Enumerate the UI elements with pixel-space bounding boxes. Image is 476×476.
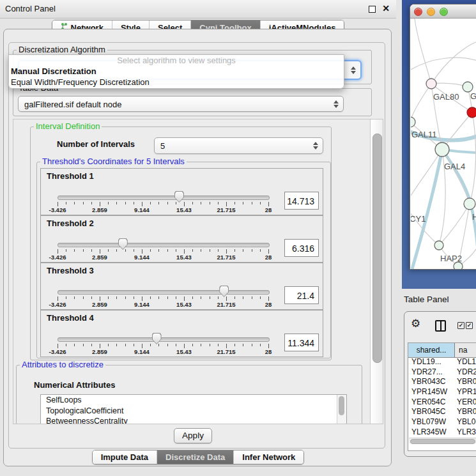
cell-name[interactable]: YBR0 [454, 407, 476, 417]
slider-tick [91, 249, 92, 252]
network-node[interactable] [467, 107, 476, 118]
slider-tick-label: -3.426 [43, 301, 72, 308]
threshold-label: Threshold 4 [47, 313, 94, 323]
algorithm-placeholder[interactable]: Select algorithm to view settings [9, 55, 344, 66]
cell-name[interactable]: YDR2 [454, 367, 476, 378]
slider-tick [100, 344, 100, 348]
slider-tick-label: 2.859 [86, 206, 114, 213]
attribute-item[interactable]: SelfLoops [41, 395, 346, 406]
network-canvas[interactable]: GAL80GAGAL11GAL4GCY1HHAP2 [411, 19, 476, 269]
list-scrollbar[interactable] [337, 395, 346, 424]
slider-tick [167, 296, 168, 299]
table-row[interactable]: YDL19...YDL1 [408, 357, 476, 367]
slider-tick [167, 249, 168, 252]
network-node[interactable] [435, 142, 449, 157]
algorithm-dropdown-popup: Select algorithm to view settings Manual… [8, 54, 344, 89]
tab-impute-data[interactable]: Impute Data [93, 450, 157, 464]
slider-track[interactable] [58, 243, 270, 247]
attribute-item[interactable]: TopologicalCoefficient [41, 406, 346, 417]
network-node[interactable] [434, 241, 443, 250]
attribute-item[interactable]: BetweennessCentrality [41, 416, 346, 424]
slider-thumb[interactable] [118, 238, 128, 250]
algorithm-option-manual[interactable]: Manual Discretization [9, 66, 344, 77]
tab-label: Impute Data [101, 452, 148, 462]
slider-thumb[interactable] [152, 333, 162, 344]
node-label: GCY1 [411, 214, 426, 224]
slider-track[interactable] [58, 337, 270, 342]
table-data-combo[interactable]: galFiltered.sif default node [18, 96, 344, 112]
slider-tick [201, 296, 201, 299]
numerical-attributes-list[interactable]: SelfLoopsTopologicalCoefficientBetweenne… [40, 394, 347, 424]
table-row[interactable]: YPR145WYPR1 [408, 387, 476, 397]
gear-icon[interactable]: ⚙ [411, 318, 420, 329]
node-label: GA [470, 91, 476, 101]
table-hscrollbar-thumb[interactable] [410, 439, 475, 444]
slider-tick-label: 15.43 [170, 206, 198, 213]
combo-stepper-icon [313, 142, 318, 150]
list-scrollbar-thumb[interactable] [339, 396, 344, 415]
cell-name[interactable]: YLR3 [454, 427, 476, 438]
cell-name[interactable]: YDL1 [454, 357, 476, 367]
slider-tick [243, 296, 243, 299]
checkbox-icon[interactable]: ✓ [457, 322, 464, 329]
slider-tick [234, 296, 235, 299]
cell-shared-name[interactable]: YER054C [408, 397, 454, 408]
cell-name[interactable]: YPR1 [454, 387, 476, 397]
table-row[interactable]: YLR345WYLR3 [408, 427, 476, 438]
slider-tick [158, 249, 159, 252]
slider-track[interactable] [58, 290, 270, 295]
table-row[interactable]: YER054CYER0 [408, 397, 476, 408]
minimize-traffic-light-icon[interactable] [427, 8, 435, 16]
zoom-traffic-light-icon[interactable] [440, 8, 448, 16]
settings-scrollbar[interactable] [370, 119, 383, 424]
slider-tick [125, 296, 126, 299]
table-row[interactable]: YBL079WYBL0 [408, 417, 476, 427]
threshold-value-field[interactable]: 14.713 [284, 192, 319, 210]
column-header-name[interactable]: na [455, 343, 476, 357]
slider-tick [268, 344, 269, 348]
table-row[interactable]: YBR043CYBR0 [408, 377, 476, 387]
cell-shared-name[interactable]: YPR145W [408, 387, 454, 397]
slider-tick [100, 296, 100, 301]
cell-name[interactable]: YBL0 [454, 417, 476, 427]
settings-scrollbar-thumb[interactable] [372, 134, 382, 363]
cell-name[interactable]: YBR0 [454, 377, 476, 387]
network-node[interactable] [464, 198, 475, 210]
slider-tick-label: 28 [254, 206, 282, 213]
slider-tick [134, 344, 134, 346]
column-header-shared-name[interactable]: shared... [408, 343, 455, 357]
slider-tick [192, 296, 193, 299]
num-intervals-combo[interactable]: 5 [154, 137, 323, 154]
close-icon[interactable]: ✕ [382, 3, 390, 13]
table-horizontal-scrollbar[interactable] [409, 438, 476, 443]
network-node[interactable] [463, 82, 473, 92]
table-row[interactable]: YDR27...YDR2 [408, 367, 476, 378]
checkbox-icon[interactable]: ✓ [466, 322, 473, 329]
cell-shared-name[interactable]: YDL19... [408, 357, 454, 367]
slider-tick [83, 202, 84, 204]
close-traffic-light-icon[interactable] [414, 8, 422, 16]
column-layout-icon[interactable] [435, 320, 446, 332]
threshold-value-field[interactable]: 6.316 [284, 239, 319, 257]
threshold-value-field[interactable]: 21.4 [284, 286, 319, 304]
slider-track[interactable] [58, 196, 270, 200]
cell-shared-name[interactable]: YDR27... [408, 367, 454, 378]
attributes-clip: Numerical Attributes SelfLoopsTopologica… [16, 365, 361, 424]
float-window-icon[interactable] [369, 6, 376, 13]
network-node[interactable] [426, 79, 436, 89]
cell-shared-name[interactable]: YBR045C [408, 407, 454, 417]
cell-shared-name[interactable]: YLR345W [408, 427, 454, 438]
slider-thumb[interactable] [174, 191, 184, 203]
table-row[interactable]: YBR045CYBR0 [408, 407, 476, 417]
cell-shared-name[interactable]: YBL079W [408, 417, 454, 427]
algorithm-option-equal-width[interactable]: Equal Width/Frequency Discretization [9, 77, 344, 88]
slider-tick [192, 202, 193, 204]
network-node[interactable] [411, 117, 415, 127]
apply-button[interactable]: Apply [174, 428, 212, 443]
tab-infer-network[interactable]: Infer Network [233, 450, 303, 464]
cell-name[interactable]: YER0 [454, 397, 476, 408]
threshold-value-field[interactable]: 11.344 [284, 334, 319, 351]
cell-shared-name[interactable]: YBR043C [408, 377, 454, 387]
tab-discretize-data[interactable]: Discretize Data [157, 450, 233, 464]
slider-thumb[interactable] [219, 286, 229, 297]
